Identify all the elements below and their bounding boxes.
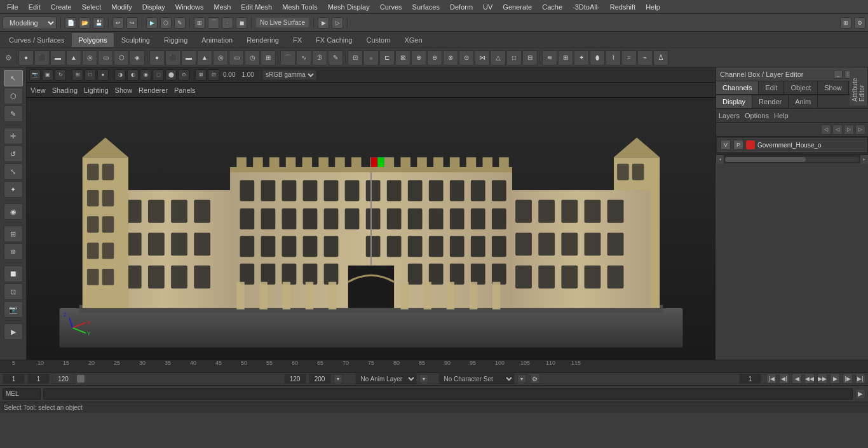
layer-create-btn[interactable]: ◁	[821, 125, 831, 135]
lattice-btn[interactable]: ⊞	[558, 50, 573, 65]
nonlinear-btn[interactable]: ⌁	[637, 50, 653, 65]
move-tool-btn[interactable]: ✛	[4, 128, 23, 144]
pb-play-fwd[interactable]: ▶▶	[817, 374, 827, 384]
vt-shade1-btn[interactable]: ◑	[114, 69, 126, 81]
lasso-tool-btn[interactable]: ⬡	[4, 88, 23, 104]
vt-shade4-btn[interactable]: ◌	[153, 69, 164, 81]
undo-btn[interactable]: ↩	[112, 17, 124, 29]
show-manip-btn[interactable]: ⊞	[4, 226, 23, 242]
universal-tool-btn[interactable]: ✦	[4, 181, 23, 198]
lighting-menu[interactable]: Lighting	[84, 86, 109, 94]
char-set-arrow[interactable]: ▾	[517, 374, 526, 383]
layer-move-down-btn[interactable]: ▷	[855, 125, 865, 135]
gamma-select[interactable]: sRGB gamma	[262, 70, 316, 80]
vt-wireframe-btn[interactable]: □	[85, 69, 96, 81]
scale-tool-btn[interactable]: ⤡	[4, 163, 23, 180]
vt-shade5-btn[interactable]: ⬤	[165, 69, 177, 81]
command-input[interactable]	[43, 388, 853, 400]
layer-delete-btn[interactable]: ◁	[832, 125, 843, 135]
tab-fx-caching[interactable]: FX Caching	[309, 33, 358, 47]
save-scene-btn[interactable]: 💾	[93, 17, 104, 29]
cv-curve-btn[interactable]: ⌒	[280, 50, 295, 65]
wrinkle-btn[interactable]: ≈	[621, 50, 637, 65]
bevel-btn[interactable]: ⬦	[363, 50, 379, 65]
pb-prev-frame[interactable]: ◀	[792, 374, 802, 384]
scroll-left-arrow[interactable]: ◂	[716, 155, 724, 164]
rotate-tool-btn[interactable]: ↺	[4, 146, 23, 162]
tab-animation[interactable]: Animation	[195, 33, 239, 47]
start-frame-input[interactable]	[3, 374, 25, 384]
snap-point-btn[interactable]: ·	[222, 17, 233, 29]
render-tab[interactable]: Render	[752, 95, 789, 108]
tab-sculpting[interactable]: Sculpting	[115, 33, 156, 47]
render-view-btn[interactable]: ▶	[4, 323, 23, 340]
right-scrollbar[interactable]: ◂ ▸	[716, 154, 868, 163]
pencil-btn[interactable]: ✎	[328, 50, 343, 65]
cone-icon-btn[interactable]: ▲	[66, 50, 81, 65]
snap-grid-btn[interactable]: ⊞	[194, 17, 205, 29]
bridge-btn[interactable]: ⊏	[379, 50, 395, 65]
panels-menu[interactable]: Panels	[174, 86, 196, 94]
object-tab[interactable]: Object	[784, 81, 818, 94]
menu-help[interactable]: Help	[641, 2, 665, 12]
menu-mesh[interactable]: Mesh	[209, 2, 235, 12]
vt-shade2-btn[interactable]: ◐	[127, 69, 139, 81]
menu-cache[interactable]: Cache	[538, 2, 567, 12]
menu-deform[interactable]: Deform	[445, 2, 477, 12]
workspace-btn[interactable]: ⊞	[840, 17, 851, 29]
select-mode-btn[interactable]: ▶	[146, 17, 158, 29]
menu-create[interactable]: Create	[46, 2, 76, 12]
poly-plane-btn[interactable]: ▭	[229, 50, 244, 65]
pb-play-btn[interactable]: ⚙	[530, 374, 540, 384]
pb-play-rev[interactable]: ◀◀	[804, 374, 815, 384]
options-menu[interactable]: Options	[745, 112, 769, 119]
snap-curve-btn[interactable]: ⌒	[208, 17, 219, 29]
smooth-btn[interactable]: ⊙	[459, 50, 474, 65]
render-btn[interactable]: ▶	[318, 17, 329, 29]
menu-modify[interactable]: Modify	[107, 2, 136, 12]
menu-redshift[interactable]: Redshift	[606, 2, 640, 12]
deform-btn[interactable]: ≋	[542, 50, 557, 65]
viewport-canvas[interactable]: X Y Z	[27, 98, 715, 360]
select-tool-btn[interactable]: ↖	[4, 70, 23, 86]
delta-btn[interactable]: Δ	[653, 50, 668, 65]
tab-fx[interactable]: FX	[287, 33, 308, 47]
vt-isolate-btn[interactable]: ⊡	[208, 69, 219, 81]
menu-select[interactable]: Select	[78, 2, 106, 12]
snap-btn[interactable]: 🔲	[4, 266, 23, 282]
scroll-thumb[interactable]	[725, 157, 806, 162]
reduce-btn[interactable]: ⊟	[522, 50, 538, 65]
sphere-icon-btn[interactable]: ●	[18, 50, 34, 65]
soft-sel-btn[interactable]: ◉	[4, 203, 23, 220]
paint-select-btn[interactable]: ✎	[4, 105, 23, 122]
anim-layer-select[interactable]: No Anim Layer	[355, 373, 417, 384]
playback-end-input[interactable]	[284, 374, 306, 384]
ipr-btn[interactable]: ▷	[332, 17, 343, 29]
menu-edit[interactable]: Edit	[24, 2, 45, 12]
vt-iso-btn[interactable]: ⊠	[195, 69, 207, 81]
tab-polygons[interactable]: Polygons	[72, 33, 113, 47]
platonic-icon-btn[interactable]: ◈	[130, 50, 145, 65]
new-scene-btn[interactable]: 📄	[65, 17, 76, 29]
tab-xgen[interactable]: XGen	[398, 33, 428, 47]
scroll-right-arrow[interactable]: ▸	[860, 155, 868, 164]
layers-menu[interactable]: Layers	[719, 112, 740, 119]
triangulate-btn[interactable]: △	[491, 50, 506, 65]
vt-camera-btn[interactable]: 📷	[29, 69, 41, 81]
end-frame-field[interactable]	[52, 374, 74, 384]
max-frame-input[interactable]	[309, 374, 331, 384]
extrude-btn[interactable]: ⊡	[348, 50, 363, 65]
vt-grid-btn[interactable]: ⊞	[72, 69, 83, 81]
redo-btn[interactable]: ↪	[126, 17, 138, 29]
view-menu[interactable]: View	[31, 86, 46, 94]
torus-icon-btn[interactable]: ◎	[82, 50, 97, 65]
help-menu-layers[interactable]: Help	[774, 112, 789, 119]
paint-mode-btn[interactable]: ✎	[174, 17, 186, 29]
attribute-editor-tab[interactable]: Attribute Editor	[850, 67, 868, 105]
tab-rigging[interactable]: Rigging	[158, 33, 194, 47]
poly-pipe-btn[interactable]: ⊞	[261, 50, 276, 65]
camera-btn[interactable]: 📷	[4, 301, 23, 318]
renderer-menu[interactable]: Renderer	[139, 86, 168, 94]
pb-next-frame[interactable]: ▶	[830, 374, 840, 384]
wire-btn[interactable]: ⌇	[606, 50, 621, 65]
